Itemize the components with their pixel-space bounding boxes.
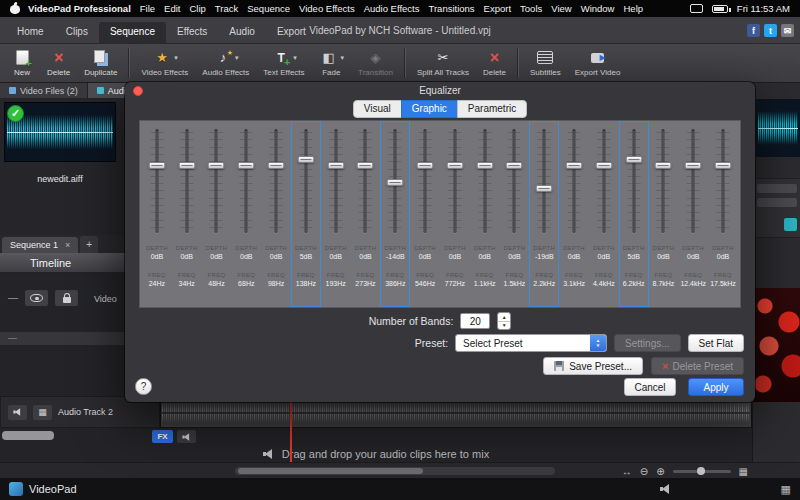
video-effects-button[interactable]: ▾Video Effects	[135, 46, 194, 80]
speaker-icon[interactable]	[660, 484, 671, 494]
eq-slider[interactable]	[321, 126, 351, 238]
dialog-tab-parametric[interactable]: Parametric	[457, 100, 527, 118]
eq-slider[interactable]	[589, 126, 619, 238]
eq-slider-handle[interactable]	[148, 162, 165, 169]
ribbon-tab-audio[interactable]: Audio	[218, 22, 266, 43]
transition-button[interactable]: Transition	[352, 46, 399, 80]
eq-slider-handle[interactable]	[357, 162, 374, 169]
menu-item-sequence[interactable]: Sequence	[247, 3, 290, 14]
set-flat-button[interactable]: Set Flat	[688, 334, 744, 352]
lock-track-button[interactable]	[54, 289, 79, 307]
eq-slider[interactable]	[291, 126, 321, 238]
eq-slider[interactable]	[172, 126, 202, 238]
eq-slider[interactable]	[559, 126, 589, 238]
cancel-button[interactable]: Cancel	[624, 378, 676, 396]
menu-item-view[interactable]: View	[551, 3, 571, 14]
save-preset-button[interactable]: Save Preset...	[543, 357, 643, 375]
twitter-icon[interactable]: t	[764, 24, 777, 37]
track-volume-slider[interactable]	[2, 431, 54, 440]
eq-slider[interactable]	[351, 126, 381, 238]
menu-item-video-effects[interactable]: Video Effects	[299, 3, 355, 14]
eq-slider-handle[interactable]	[446, 162, 463, 169]
fx-button[interactable]: FX	[152, 430, 173, 443]
delete-button[interactable]: Delete	[41, 46, 76, 80]
eq-slider[interactable]	[619, 126, 649, 238]
teal-control-button[interactable]	[784, 218, 797, 231]
timeline-playhead[interactable]	[290, 395, 292, 462]
dialog-tab-graphic[interactable]: Graphic	[401, 100, 458, 118]
menu-item-track[interactable]: Track	[215, 3, 238, 14]
subtitles-button[interactable]: Subtitles	[524, 46, 567, 80]
menu-item-edit[interactable]: Edit	[164, 3, 180, 14]
email-icon[interactable]: ✉	[781, 24, 794, 37]
stepper-down-icon[interactable]: ▼	[498, 322, 510, 330]
menu-item-clip[interactable]: Clip	[189, 3, 205, 14]
eq-slider-handle[interactable]	[655, 162, 672, 169]
apple-icon[interactable]	[10, 3, 20, 14]
menu-item-export[interactable]: Export	[484, 3, 511, 14]
export-video-button[interactable]: Export Video	[569, 46, 627, 80]
track-options-button[interactable]: ▦	[33, 405, 52, 420]
apply-button[interactable]: Apply	[688, 378, 744, 396]
menu-item-help[interactable]: Help	[623, 3, 643, 14]
eq-slider-handle[interactable]	[506, 162, 523, 169]
eq-slider-handle[interactable]	[715, 162, 732, 169]
eq-slider-handle[interactable]	[387, 179, 404, 186]
grid-view-icon[interactable]: ▦	[739, 466, 748, 477]
ribbon-tab-clips[interactable]: Clips	[55, 22, 99, 43]
close-tab-icon[interactable]: ×	[65, 240, 70, 250]
eq-slider-handle[interactable]	[208, 162, 225, 169]
collapse-icon[interactable]: —	[8, 333, 17, 343]
menubar-clock[interactable]: Fri 11:53 AM	[737, 3, 790, 14]
grid-icon[interactable]: ▦	[781, 483, 791, 496]
eq-slider[interactable]	[202, 126, 232, 238]
zoom-slider-knob[interactable]	[697, 467, 705, 475]
collapse-track-icon[interactable]: —	[8, 292, 18, 303]
new-button[interactable]: New	[5, 46, 39, 80]
eq-slider-handle[interactable]	[238, 162, 255, 169]
toggle-visibility-button[interactable]	[24, 289, 49, 307]
eq-slider-handle[interactable]	[268, 162, 285, 169]
eq-slider[interactable]	[142, 126, 172, 238]
eq-slider-handle[interactable]	[595, 162, 612, 169]
eq-slider[interactable]	[440, 126, 470, 238]
menu-item-window[interactable]: Window	[581, 3, 615, 14]
track-speaker-button[interactable]	[177, 430, 196, 443]
control-bar[interactable]	[757, 184, 797, 193]
delete-preset-button[interactable]: × Delete Preset	[651, 357, 744, 375]
eq-slider-handle[interactable]	[566, 162, 583, 169]
help-button[interactable]: ?	[135, 378, 152, 395]
eq-slider-handle[interactable]	[625, 156, 642, 163]
ribbon-tab-effects[interactable]: Effects	[166, 22, 218, 43]
close-window-button[interactable]	[133, 86, 143, 96]
eq-slider[interactable]	[649, 126, 679, 238]
preset-select[interactable]: Select Preset ▲▼	[455, 334, 607, 352]
eq-slider-handle[interactable]	[178, 162, 195, 169]
eq-slider-handle[interactable]	[685, 162, 702, 169]
mute-track-button[interactable]	[8, 405, 27, 420]
menu-item-transitions[interactable]: Transitions	[429, 3, 475, 14]
ribbon-tab-sequence[interactable]: Sequence	[99, 22, 166, 43]
text-effects-button[interactable]: ▾Text Effects	[257, 46, 310, 80]
split-all-tracks-button[interactable]: Split All Tracks	[411, 46, 475, 80]
fit-to-window-icon[interactable]: ↔	[622, 466, 632, 477]
audio-clip-thumbnail[interactable]: ✓	[4, 102, 116, 162]
number-of-bands-stepper[interactable]: ▲ ▼	[497, 312, 511, 330]
eq-slider[interactable]	[410, 126, 440, 238]
menu-item-tools[interactable]: Tools	[520, 3, 542, 14]
number-of-bands-input[interactable]: 20	[460, 313, 490, 329]
fade-button[interactable]: ▾Fade	[313, 46, 351, 80]
eq-slider-handle[interactable]	[327, 162, 344, 169]
zoom-slider[interactable]	[673, 470, 731, 473]
menu-item-file[interactable]: File	[140, 3, 155, 14]
sequence-tab[interactable]: Sequence 1 ×	[2, 237, 78, 253]
eq-slider[interactable]	[678, 126, 708, 238]
eq-slider-handle[interactable]	[536, 185, 553, 192]
duplicate-button[interactable]: Duplicate	[78, 46, 123, 80]
facebook-icon[interactable]: f	[747, 24, 760, 37]
ribbon-tab-home[interactable]: Home	[6, 22, 55, 43]
eq-slider[interactable]	[261, 126, 291, 238]
horizontal-scrollbar[interactable]	[235, 467, 555, 475]
eq-slider-handle[interactable]	[417, 162, 434, 169]
eq-slider[interactable]	[708, 126, 738, 238]
